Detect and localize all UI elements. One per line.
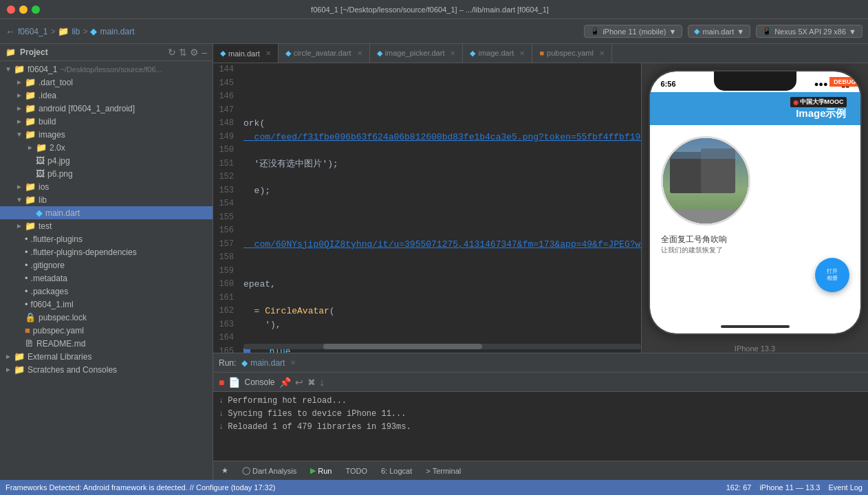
- tree-item-packages[interactable]: ► • .packages: [0, 285, 213, 298]
- tree-item-android[interactable]: ► 📁 android [f0604_1_android]: [0, 102, 213, 115]
- tree-item-flutter-deps[interactable]: ► • .flutter-plugins-dependencies: [0, 245, 213, 258]
- tree-item-p6[interactable]: ► 🖼 p6.png: [0, 167, 213, 180]
- nexus-label: Nexus 5X API 29 x86: [774, 28, 846, 36]
- phone-time: 6:56: [661, 80, 676, 88]
- tree-item-gitignore[interactable]: ► • .gitignore: [0, 258, 213, 272]
- tool-dart-analysis[interactable]: ◯ Dart Analysis: [237, 465, 302, 476]
- bottom-tool-bar: ★ ◯ Dart Analysis ▶ Run TODO 6: Logcat: [213, 461, 868, 480]
- tab-pubspec[interactable]: ■ pubspec.yaml ✕: [532, 44, 612, 63]
- chevron-down-icon2: ▼: [737, 28, 744, 36]
- tab-image-picker[interactable]: ◆ image_picker.dart ✕: [370, 44, 464, 63]
- run-config[interactable]: ◆ main.dart ▼: [688, 25, 750, 38]
- device-info[interactable]: iPhone 11 — 13.3: [759, 483, 820, 492]
- breadcrumb-lib[interactable]: lib: [72, 27, 80, 36]
- status-right: 162: 67 iPhone 11 — 13.3 Event Log: [726, 483, 862, 492]
- back-arrow-icon[interactable]: ←: [6, 26, 15, 37]
- tree-label: .gitignore: [31, 261, 65, 270]
- tree-item-scratches[interactable]: ► 📁 Scratches and Consoles: [0, 363, 213, 376]
- tool-run[interactable]: ▶ Run: [305, 465, 337, 476]
- stop-icon[interactable]: ■: [219, 377, 224, 388]
- tree-item-pubspec-lock[interactable]: ► 🔒 pubspec.lock: [0, 311, 213, 324]
- tab-image-dart[interactable]: ◆ image.dart ✕: [463, 44, 532, 63]
- tree-item-f0604[interactable]: ▼ 📁 f0604_1 ~/Desktop/lesson/source/f06.…: [0, 63, 213, 76]
- tool-logcat[interactable]: 6: Logcat: [376, 465, 417, 476]
- tree-item-iml[interactable]: ► • f0604_1.iml: [0, 298, 213, 311]
- minimize-button[interactable]: [19, 6, 28, 14]
- tree-item-pubspec-yaml[interactable]: ► ■ pubspec.yaml: [0, 324, 213, 337]
- event-log[interactable]: Event Log: [828, 483, 862, 492]
- tab-circle-avatar[interactable]: ◆ circle_avatar.dart ✕: [279, 44, 370, 63]
- tree-item-dart-tool[interactable]: ► 📁 .dart_tool: [0, 76, 213, 89]
- tree-item-lib[interactable]: ▼ 📁 lib: [0, 193, 213, 206]
- dart-tab-icon: ◆: [285, 49, 291, 58]
- sync-icon[interactable]: ↻: [168, 47, 176, 58]
- code-content: 144 145 146 147 148ork( 149 com/feed/f31…: [213, 63, 641, 353]
- phone-notch: [714, 72, 796, 91]
- tree-item-main-dart[interactable]: ► ◆ main.dart: [0, 206, 213, 219]
- console-text-2: Syncing files to device iPhone 11...: [228, 408, 406, 421]
- phone-fab[interactable]: 打开 相册: [815, 258, 849, 292]
- run-file-label: main.dart: [250, 358, 285, 368]
- tool-todo[interactable]: TODO: [340, 465, 373, 476]
- line-col[interactable]: 162: 67: [726, 483, 752, 492]
- console-line-3: ↓ Reloaded 1 of 479 libraries in 193ms.: [219, 421, 862, 434]
- breadcrumb-project[interactable]: f0604_1: [18, 27, 47, 36]
- tree-item-readme[interactable]: ► 🖹 README.md: [0, 337, 213, 350]
- scroll-icon[interactable]: ↓: [320, 377, 325, 388]
- breadcrumb: ← f0604_1 > 📁 lib > ◆ main.dart: [6, 26, 134, 37]
- tab-close-icon[interactable]: ✕: [599, 50, 605, 57]
- console-text-1: Performing hot reload...: [228, 395, 347, 408]
- tab-main-dart[interactable]: ◆ main.dart ✕: [213, 44, 279, 63]
- device-selector[interactable]: 📱 iPhone 11 (mobile) ▼: [584, 25, 682, 38]
- bottom-panel: Run: ◆ main.dart ✕ ■ 📄 Console 📌 ↩ ✖ ↓: [213, 353, 868, 480]
- favorites-strip-btn[interactable]: ★: [216, 465, 234, 476]
- phone-avatar: [661, 136, 750, 226]
- tree-item-images[interactable]: ▼ 📁 images: [0, 128, 213, 141]
- sort-icon[interactable]: ⇅: [179, 47, 187, 58]
- run-tab-bar: Run: ◆ main.dart ✕: [213, 353, 868, 373]
- tab-close-icon[interactable]: ✕: [265, 50, 271, 57]
- tree-label: build: [39, 117, 56, 126]
- breadcrumb-file[interactable]: main.dart: [100, 27, 134, 36]
- tree-item-idea[interactable]: ► 📁 .idea: [0, 89, 213, 102]
- tree-item-p4[interactable]: ► 🖼 p4.jpg: [0, 154, 213, 167]
- arrow-icon: ↓: [219, 421, 224, 434]
- editor-scrollbar[interactable]: [243, 344, 641, 349]
- phone-icon2: 📱: [762, 27, 772, 36]
- tab-close-icon[interactable]: ✕: [519, 50, 525, 57]
- tab-close-icon[interactable]: ✕: [357, 50, 362, 57]
- clear-icon[interactable]: ✖: [307, 377, 316, 388]
- pin-icon[interactable]: 📌: [279, 377, 291, 388]
- gear-icon[interactable]: ⚙: [190, 47, 199, 58]
- run-file-tab[interactable]: ◆ main.dart ✕: [241, 358, 296, 368]
- scrollbar-thumb[interactable]: [323, 344, 482, 349]
- tool-label: 6: Logcat: [381, 467, 412, 475]
- tab-label: main.dart: [228, 50, 260, 58]
- tree-item-build[interactable]: ► 📁 build: [0, 115, 213, 128]
- code-editor[interactable]: 144 145 146 147 148ork( 149 com/feed/f31…: [213, 63, 641, 353]
- chevron-down-icon3: ▼: [849, 28, 856, 36]
- tree-label: f0604_1.iml: [31, 300, 74, 309]
- tab-label: circle_avatar.dart: [294, 49, 351, 57]
- collapse-icon[interactable]: –: [202, 47, 207, 58]
- run-label: Run:: [219, 358, 236, 368]
- tree-item-ext-libs[interactable]: ► 📁 External Libraries: [0, 350, 213, 363]
- tab-close-icon[interactable]: ✕: [450, 50, 455, 57]
- tree-item-flutter-plugins[interactable]: ► • .flutter-plugins: [0, 232, 213, 245]
- phone-app-bar: ◉ 中国大学MOOC Image示例: [650, 92, 860, 125]
- nexus-device[interactable]: 📱 Nexus 5X API 29 x86 ▼: [756, 25, 862, 38]
- tree-item-ios[interactable]: ► 📁 ios: [0, 180, 213, 193]
- dart-file-icon: ◆: [90, 26, 97, 36]
- tree-item-metadata[interactable]: ► • .metadata: [0, 272, 213, 285]
- mooc-logo: ◉ 中国大学MOOC: [790, 97, 847, 107]
- maximize-button[interactable]: [32, 6, 40, 14]
- wrap-icon[interactable]: ↩: [295, 377, 303, 388]
- tree-item-test[interactable]: ► 📁 test: [0, 219, 213, 232]
- debug-badge: DEBUG: [829, 77, 860, 87]
- tree-item-2x[interactable]: ► 📁 2.0x: [0, 141, 213, 154]
- tool-terminal[interactable]: > Terminal: [420, 465, 466, 476]
- tab-label: pubspec.yaml: [547, 49, 594, 57]
- close-button[interactable]: [7, 6, 15, 14]
- tree-label: .flutter-plugins: [31, 234, 83, 244]
- run-close-icon[interactable]: ✕: [290, 359, 296, 366]
